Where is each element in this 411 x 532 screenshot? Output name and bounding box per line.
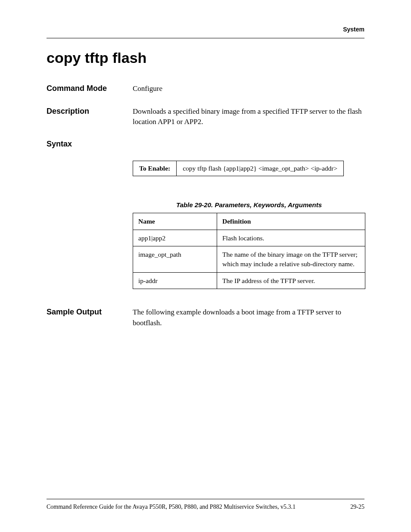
footer-line: Command Reference Guide for the Avaya P5… <box>47 504 364 510</box>
param-definition: The IP address of the TFTP server. <box>217 272 365 289</box>
command-mode-text: Configure <box>133 84 364 94</box>
description-text: Downloads a specified binary image from … <box>133 106 364 128</box>
param-definition: Flash locations. <box>217 230 365 246</box>
param-name: ip-addr <box>133 272 217 289</box>
param-header-definition: Definition <box>217 213 365 230</box>
footer-left: Command Reference Guide for the Avaya P5… <box>47 504 296 510</box>
page: System copy tftp flash Command Mode Conf… <box>0 0 411 532</box>
section-command-mode: Command Mode Configure <box>47 84 364 94</box>
section-syntax: Syntax <box>47 140 364 149</box>
table-row: app1|app2 Flash locations. <box>133 230 365 246</box>
footer: Command Reference Guide for the Avaya P5… <box>47 499 364 510</box>
table-row: To Enable: copy tftp flash {app1|app2} <… <box>133 161 344 176</box>
sample-output-text: The following example downloads a boot i… <box>133 307 364 328</box>
header-rule <box>47 38 364 38</box>
syntax-label: Syntax <box>47 140 133 149</box>
footer-rule <box>47 499 364 499</box>
description-label: Description <box>47 107 133 116</box>
param-table: Name Definition app1|app2 Flash location… <box>133 213 365 289</box>
param-name: app1|app2 <box>133 230 217 246</box>
syntax-table: To Enable: copy tftp flash {app1|app2} <… <box>133 161 344 176</box>
table-row: image_opt_path The name of the binary im… <box>133 246 365 272</box>
param-name: image_opt_path <box>133 246 217 272</box>
table-row: ip-addr The IP address of the TFTP serve… <box>133 272 365 289</box>
param-definition: The name of the binary image on the TFTP… <box>217 246 365 272</box>
param-table-caption: Table 29-20. Parameters, Keywords, Argum… <box>133 201 365 208</box>
syntax-command: copy tftp flash {app1|app2} <image_opt_p… <box>177 161 344 176</box>
footer-right: 29-25 <box>350 504 364 510</box>
section-sample-output: Sample Output The following example down… <box>47 307 364 328</box>
syntax-enable-label: To Enable: <box>133 161 177 176</box>
sample-output-label: Sample Output <box>47 308 133 317</box>
section-description: Description Downloads a specified binary… <box>47 106 364 128</box>
param-header-name: Name <box>133 213 217 230</box>
page-title: copy tftp flash <box>47 50 364 66</box>
table-header-row: Name Definition <box>133 213 365 230</box>
header-section-label: System <box>47 26 364 33</box>
command-mode-label: Command Mode <box>47 84 133 93</box>
